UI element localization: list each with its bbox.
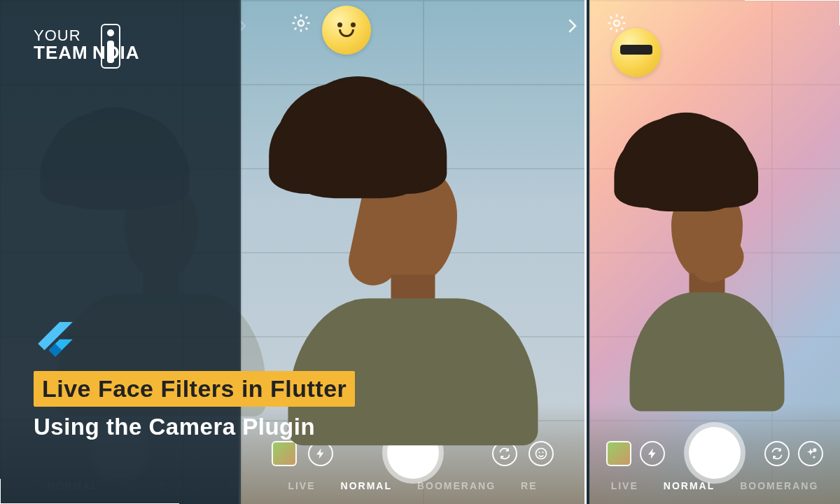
ar-emoji-blush-smile [322, 6, 371, 55]
smiley-icon [534, 447, 548, 461]
shutter-button[interactable] [689, 427, 741, 479]
mode-boomerang[interactable]: BOOMERANG [740, 480, 818, 491]
bolt-icon [314, 447, 327, 460]
gallery-thumbnail[interactable] [606, 441, 631, 466]
mode-normal[interactable]: NORMAL [341, 480, 392, 491]
flutter-logo-icon [34, 322, 77, 365]
capture-modes: LIVE NORMAL BOOMERANG [589, 480, 840, 498]
sparkle-effects-button[interactable] [798, 441, 823, 466]
frame-corner-bottom-left [0, 479, 179, 504]
mode-boomerang[interactable]: BOOMERANG [417, 480, 496, 491]
bolt-icon [646, 447, 659, 460]
sparkle-icon [804, 447, 818, 461]
mode-partial: RE [521, 480, 537, 491]
camera-bottom-bar: LIVE NORMAL BOOMERANG [589, 403, 840, 504]
svg-point-5 [614, 20, 620, 26]
mode-live[interactable]: LIVE [288, 480, 315, 491]
camera-controls-row [589, 416, 840, 480]
flash-toggle[interactable] [640, 441, 665, 466]
logo-line-2: TEAM [34, 43, 88, 62]
svg-point-0 [536, 449, 547, 459]
headline-line-2: Using the Camera Plugin [34, 414, 355, 440]
banner-canvas: LIVE NORMAL BOOMERANG RE [0, 0, 840, 504]
switch-camera-icon [498, 447, 512, 461]
logo-line-1: YOUR [34, 28, 140, 43]
switch-camera-icon [770, 447, 784, 461]
your-team-in-india-logo: YOUR TEAM NDIA [34, 28, 140, 62]
settings-gear-icon[interactable] [290, 13, 312, 34]
person-photo-right [630, 122, 785, 411]
svg-point-4 [298, 20, 304, 26]
logo-i-mark [101, 24, 120, 69]
headline-line-1: Live Face Filters in Flutter [34, 371, 355, 407]
frame-corner-top-right [745, 0, 840, 25]
mode-normal[interactable]: NORMAL [664, 480, 715, 491]
capture-modes: LIVE NORMAL BOOMERANG RE [241, 480, 584, 498]
chevron-right-icon[interactable] [561, 15, 582, 36]
mode-live[interactable]: LIVE [611, 480, 638, 491]
headline-block: Live Face Filters in Flutter Using the C… [34, 371, 355, 440]
ar-emoji-sunglasses [612, 28, 661, 77]
switch-camera-button[interactable] [764, 441, 790, 466]
svg-point-2 [542, 451, 543, 453]
svg-point-1 [538, 451, 540, 453]
